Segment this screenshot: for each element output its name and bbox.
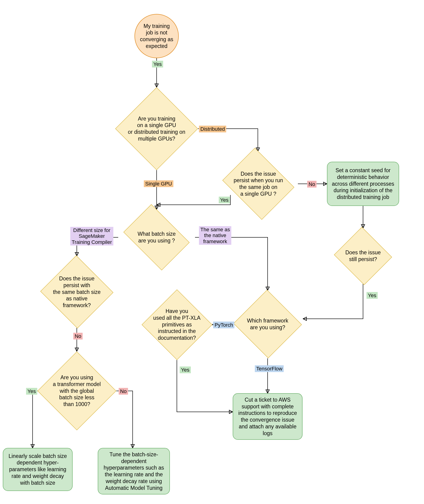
edge-label-native-no: No [73,333,83,340]
edge-label-batch-same: The same as the native framework [199,226,231,245]
edge-label-tensorflow: TensorFlow [255,365,284,372]
terminal-linear-scale-text: Linearly scale batch size dependent hype… [9,453,67,486]
decision-native-batch: Does the issue persist with the same bat… [40,256,114,328]
edge-label-trans-no: No [119,388,128,395]
terminal-set-seed: Set a constant seed for deterministic be… [327,162,399,206]
edge-label-persist-no: No [307,181,317,187]
edge-label-single-gpu: Single GPU [144,180,173,187]
edge-label-still-yes: Yes [367,292,378,299]
edge-label-ptxla-yes: Yes [180,367,191,373]
edge-label-pytorch: PyTorch [213,322,234,328]
terminal-tune-text: Tune the batch-size- dependent hyperpara… [104,451,164,492]
start-text: My training job is not converging as exp… [140,23,173,50]
flowchart-canvas: My training job is not converging as exp… [0,0,424,504]
decision-still-persist: Does the issue still persist? [333,228,393,284]
edge-label-batch-diff: Different size for SageMaker Training Co… [70,227,113,245]
decision-native-batch-text: Does the issue persist with the same bat… [47,275,106,309]
decision-ptxla-text: Have you used all the PT-XLA primitives … [149,308,205,341]
terminal-linear-scale: Linearly scale batch size dependent hype… [3,448,73,491]
decision-persist-single: Does the issue persist when you run the … [219,151,298,216]
decision-still-persist-text: Does the issue still persist? [339,249,387,263]
decision-gpu-mode: Are you training on a single GPU or dist… [115,87,198,170]
decision-transformer: Are you using a transformer model with t… [37,351,116,430]
edge-label-trans-yes: Yes [26,388,37,395]
edge-label-distributed: Distributed [199,126,226,132]
terminal-cut-ticket-text: Cut a ticket to AWS support with complet… [238,397,297,437]
decision-batch-size: What batch size are you using ? [118,209,195,265]
decision-transformer-text: Are you using a transformer model with t… [45,374,108,408]
edge-label-persist-yes: Yes [219,197,230,203]
decision-persist-single-text: Does the issue persist when you run the … [227,171,290,197]
decision-framework: Which framework are you using? [233,290,303,358]
decision-framework-text: Which framework are you using? [240,317,296,331]
edge-label-start-yes: Yes [152,61,163,68]
decision-gpu-mode-text: Are you training on a single GPU or dist… [124,115,190,142]
start-node: My training job is not converging as exp… [135,14,179,58]
terminal-set-seed-text: Set a constant seed for deterministic be… [332,167,394,201]
terminal-cut-ticket: Cut a ticket to AWS support with complet… [233,393,303,440]
decision-batch-size-text: What batch size are you using ? [126,230,187,244]
decision-ptxla: Have you used all the PT-XLA primitives … [142,289,212,360]
terminal-tune: Tune the batch-size- dependent hyperpara… [98,448,170,494]
